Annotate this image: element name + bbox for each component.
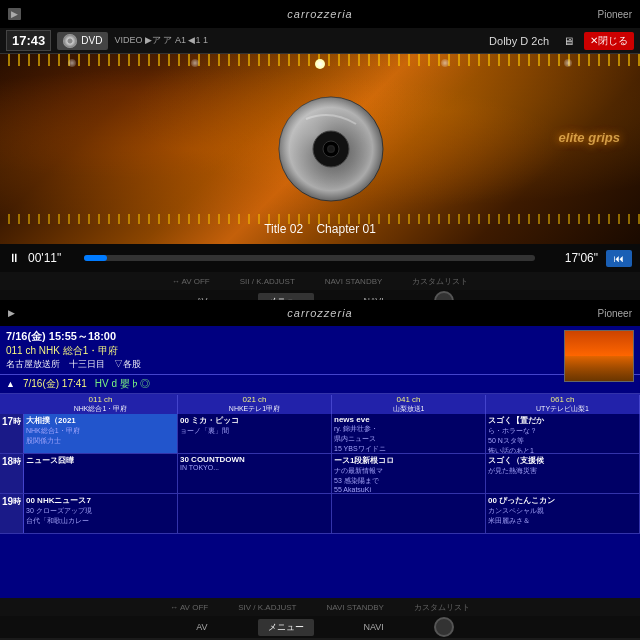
source-tag: ▶ (8, 8, 21, 20)
epg-scroll-down[interactable]: ▼ (0, 596, 640, 598)
epg-header-row: 011 ch NHK総合1・甲府 021 ch NHKEテレ1甲府 041 ch… (0, 394, 640, 414)
bottom-sub-info-row: ↔ AV OFF SIV / K.ADJUST NAVI STANDBY カスタ… (0, 598, 640, 616)
epg-cell-19-4[interactable]: 00 ぴったんこカン カンスペシャル親 米田麗みさ＆ (486, 494, 640, 533)
epg-cell-18-3[interactable]: ース1段新根コロ ナの最新情報マ 53 感染陽まで 55 AkatsuKi (332, 454, 486, 493)
dvd-disc (276, 94, 386, 204)
epg-time-19: 19時 (0, 494, 24, 533)
epg-cell-19-2[interactable] (178, 494, 332, 533)
epg-row-17: 17時 大相撲（2021 NHK総合1・甲府 股関係力士 00 ミカ・ピッコ ョ… (0, 414, 640, 454)
dolby-info: Dolby D 2ch (489, 35, 549, 47)
epg-cell-17-1[interactable]: 大相撲（2021 NHK総合1・甲府 股関係力士 (24, 414, 178, 453)
navi-tab-bottom[interactable]: NAVI (354, 620, 394, 634)
stage-lights (10, 59, 630, 69)
pioneer-logo-top: Pioneer (598, 9, 632, 20)
epg-current-bar: ▲ 7/16(金) 17:41 HV d 嬰♭◎ (0, 375, 640, 394)
title-label: Title 02 (264, 222, 303, 236)
top-status-bar: 17:43 DVD VIDEO ▶ア ア A1 ◀1 1 Dolby D 2ch… (0, 28, 640, 54)
epg-ch-header-2: 021 ch NHKEテレ1甲府 (178, 395, 332, 414)
dvd-badge: DVD (57, 32, 108, 50)
progress-bar[interactable] (84, 255, 535, 261)
epg-row-18: 18時 ニュース囧曄 30 COUNTDOWN IN TOKYO... ース1段… (0, 454, 640, 494)
play-icon[interactable]: ⏸ (8, 251, 20, 265)
epg-top-info: 7/16(金) 15:55～18:00 011 ch NHK 総合1・甲府 名古… (0, 326, 640, 375)
disc-icon (63, 34, 77, 48)
video-area: elite grips Title 02 Chapter 01 (0, 54, 640, 244)
sub-info-row: ↔ AV OFF SII / K.ADJUST NAVI STANDBY カスタ… (0, 272, 640, 290)
epg-ch-header-3: 041 ch 山梨放送1 (332, 395, 486, 414)
bottom-sub-2: SIV / K.ADJUST (238, 603, 296, 612)
epg-ch-header-4: 061 ch UTYテレビ山梨1 (486, 395, 640, 414)
epg-cell-18-1[interactable]: ニュース囧曄 (24, 454, 178, 493)
branding-text: elite grips (559, 130, 620, 145)
epg-row-19: 19時 00 NHKニュース7 30 クローズアップ現 台代「和歌山カレー 00… (0, 494, 640, 534)
top-header: ▶ carrozzeria Pioneer (0, 0, 640, 28)
bottom-sub-4: カスタムリスト (414, 602, 470, 613)
pioneer-logo-bottom: Pioneer (598, 308, 632, 319)
av-tab-bottom[interactable]: AV (186, 620, 217, 634)
bottom-sub-1: ↔ AV OFF (170, 603, 208, 612)
sub-info-text: VIDEO ▶ア ア A1 ◀1 1 (114, 34, 208, 47)
bottom-sub-3: NAVI STANDBY (326, 603, 384, 612)
bottom-epg-unit: ▶ carrozzeria Pioneer 7/16(金) 15:55～18:0… (0, 300, 640, 640)
epg-container: 7/16(金) 15:55～18:00 011 ch NHK 総合1・甲府 名古… (0, 326, 640, 598)
chapter-label: Chapter 01 (316, 222, 375, 236)
epg-cell-17-2[interactable]: 00 ミカ・ピッコ ョーノ「裏」間 (178, 414, 332, 453)
sub-info-3: NAVI STANDBY (325, 277, 383, 286)
epg-time-17: 17時 (0, 414, 24, 453)
time-display: 17:43 (6, 30, 51, 51)
epg-grid: 011 ch NHK総合1・甲府 021 ch NHKEテレ1甲府 041 ch… (0, 394, 640, 596)
sub-info-2: SII / K.ADJUST (240, 277, 295, 286)
brand-logo-bottom: carrozzeria (287, 307, 352, 319)
close-button[interactable]: ✕閉じる (584, 32, 634, 50)
epg-thumbnail (564, 330, 634, 382)
title-chapter: Title 02 Chapter 01 (264, 222, 376, 236)
dvd-label: DVD (81, 35, 102, 46)
sub-info-1: ↔ AV OFF (172, 277, 210, 286)
playback-bar: ⏸ 00'11" 17'06" ⏮ (0, 244, 640, 272)
prev-button[interactable]: ⏮ (606, 250, 632, 267)
epg-quality: HV d 嬰♭◎ (95, 377, 150, 391)
epg-scroll-up[interactable]: ▲ (6, 379, 15, 389)
epg-channel-info: 011 ch NHK 総合1・甲府 (6, 344, 141, 358)
time-current: 00'11" (28, 251, 76, 265)
epg-location: 名古屋放送所 十三日目 ▽各股 (6, 358, 141, 371)
epg-time-18: 18時 (0, 454, 24, 493)
top-dvd-unit: ▶ carrozzeria Pioneer 17:43 DVD VIDEO ▶ア… (0, 0, 640, 300)
monitor-icon: 🖥 (563, 35, 574, 47)
brand-logo-top: carrozzeria (287, 8, 352, 20)
epg-cell-18-2[interactable]: 30 COUNTDOWN IN TOKYO... (178, 454, 332, 493)
epg-date-time: 7/16(金) 15:55～18:00 (6, 329, 141, 344)
bottom-header: ▶ carrozzeria Pioneer (0, 300, 640, 326)
epg-cell-17-4[interactable]: スゴく【置だか ら・ホラーな？ 50 Nスタ等 怖い話のあと1 (486, 414, 640, 453)
epg-ch-header-1: 011 ch NHK総合1・甲府 (24, 395, 178, 414)
svg-point-5 (329, 147, 334, 152)
epg-cell-19-3[interactable] (332, 494, 486, 533)
epg-cell-17-3[interactable]: news eve ry. 錦井壮参・ 県内ニュース 15 YBSワイドニ (332, 414, 486, 453)
knob-bottom[interactable] (434, 617, 454, 637)
progress-fill (84, 255, 107, 261)
bottom-controls-row: AV メニュー NAVI (0, 616, 640, 638)
menu-tab-bottom[interactable]: メニュー (258, 619, 314, 636)
bottom-source-tag: ▶ (8, 308, 15, 318)
epg-cell-18-4[interactable]: スゴく（支援候 が見た熱海災害 (486, 454, 640, 493)
sub-info-4: カスタムリスト (412, 276, 468, 287)
epg-current-date: 7/16(金) 17:41 (23, 377, 87, 391)
time-total: 17'06" (543, 251, 598, 265)
epg-cell-19-1[interactable]: 00 NHKニュース7 30 クローズアップ現 台代「和歌山カレー (24, 494, 178, 533)
